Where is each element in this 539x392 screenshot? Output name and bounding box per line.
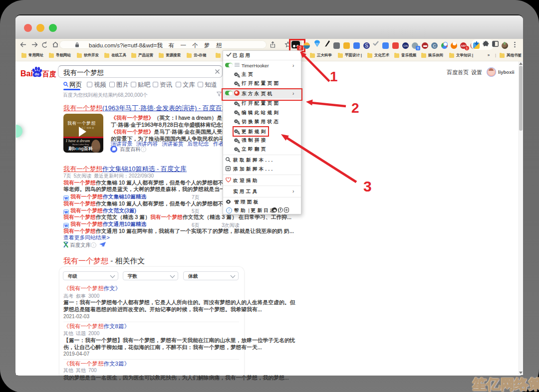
svg-text:du: du bbox=[35, 72, 39, 76]
